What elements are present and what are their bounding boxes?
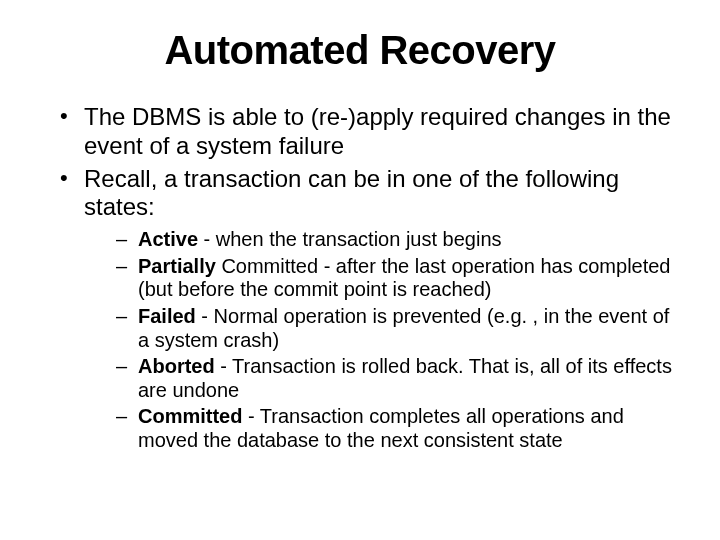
state-desc: - when the transaction just begins — [198, 228, 502, 250]
state-desc: Committed - after the last operation has… — [138, 255, 671, 301]
sublist-item: Committed - Transaction completes all op… — [116, 405, 680, 452]
sublist-item: Partially Committed - after the last ope… — [116, 255, 680, 302]
bullet-text: Recall, a transaction can be in one of t… — [84, 165, 619, 221]
state-term: Failed — [138, 305, 196, 327]
slide-title: Automated Recovery — [40, 28, 680, 73]
bullet-item: Recall, a transaction can be in one of t… — [60, 165, 680, 453]
state-term: Active — [138, 228, 198, 250]
sublist: Active - when the transaction just begin… — [84, 228, 680, 452]
sublist-item: Failed - Normal operation is prevented (… — [116, 305, 680, 352]
sublist-item: Aborted - Transaction is rolled back. Th… — [116, 355, 680, 402]
sublist-item: Active - when the transaction just begin… — [116, 228, 680, 252]
state-term: Aborted — [138, 355, 215, 377]
state-term: Partially — [138, 255, 216, 277]
bullet-list: The DBMS is able to (re-)apply required … — [40, 103, 680, 453]
state-term: Committed — [138, 405, 242, 427]
state-desc: - Normal operation is prevented (e.g. , … — [138, 305, 669, 351]
state-desc: - Transaction is rolled back. That is, a… — [138, 355, 672, 401]
bullet-item: The DBMS is able to (re-)apply required … — [60, 103, 680, 161]
